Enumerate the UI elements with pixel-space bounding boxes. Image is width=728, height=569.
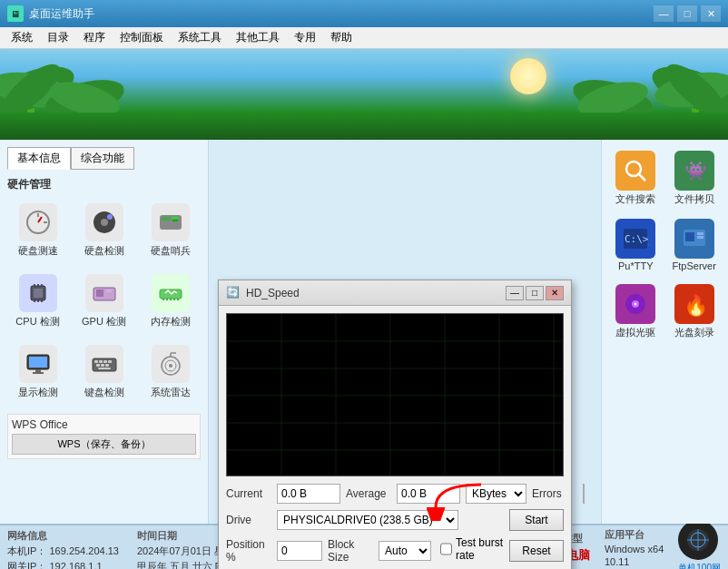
hardware-item-disk-speed[interactable]: 硬盘测速 — [7, 198, 68, 263]
app-window: 🖥 桌面运维助手 — □ ✕ 系统 目录 程序 控制面板 系统工具 其他工具 专… — [0, 0, 728, 569]
menu-control-panel[interactable]: 控制面板 — [113, 28, 171, 47]
current-input[interactable] — [277, 484, 340, 504]
svg-line-17 — [38, 217, 42, 222]
dialog-minimize-button[interactable]: — — [506, 286, 524, 300]
menu-bar: 系统 目录 程序 控制面板 系统工具 其他工具 专用 帮助 — [0, 27, 728, 49]
svg-rect-66 — [685, 232, 694, 241]
dialog-maximize-button[interactable]: □ — [526, 286, 544, 300]
putty-label: Pu*TTY — [618, 260, 654, 271]
dialog-title-text: HD_Speed — [246, 287, 506, 299]
menu-directory[interactable]: 目录 — [40, 28, 76, 47]
hardware-item-memory[interactable]: 内存检测 — [140, 269, 201, 334]
dialog-body: Current Average KBytes MBytes Errors Dri… — [219, 306, 571, 569]
svg-rect-24 — [172, 220, 178, 221]
errors-label: Errors — [532, 487, 577, 500]
grass — [0, 113, 728, 140]
svg-rect-67 — [697, 232, 703, 235]
block-size-select[interactable]: Auto 512 B 4 KB — [379, 541, 431, 561]
svg-rect-44 — [35, 369, 41, 372]
svg-text:👾: 👾 — [684, 160, 707, 181]
drive-label: Drive — [226, 514, 271, 526]
menu-help[interactable]: 帮助 — [323, 28, 359, 47]
keyboard-icon — [85, 345, 123, 383]
svg-point-19 — [101, 219, 108, 226]
hardware-item-disk-sentinel[interactable]: 硬盘哨兵 — [140, 198, 201, 263]
site-icon[interactable] — [678, 520, 718, 560]
menu-system[interactable]: 系统 — [4, 28, 40, 47]
disk-sentinel-label: 硬盘哨兵 — [151, 244, 191, 258]
right-item-virtual-drive[interactable]: 虚拟光驱 — [609, 280, 663, 343]
hardware-item-disk-check[interactable]: 硬盘检测 — [74, 198, 134, 263]
position-label: Position % — [226, 538, 271, 564]
right-item-file-copy[interactable]: 👾 文件拷贝 — [668, 147, 722, 210]
dialog-controls: — □ ✕ — [506, 286, 564, 300]
disk-speed-icon — [19, 203, 57, 241]
svg-rect-68 — [697, 236, 703, 239]
average-label: Average — [346, 487, 391, 500]
chart-area — [226, 313, 564, 476]
dialog-icon: 🔄 — [226, 286, 241, 300]
display-label: 显示检测 — [18, 386, 58, 399]
hardware-grid: 硬盘测速 硬盘检测 硬盘哨兵 — [7, 198, 201, 405]
disk-speed-label: 硬盘测速 — [18, 244, 58, 258]
hd-speed-dialog: 🔄 HD_Speed — □ ✕ — [218, 280, 572, 569]
hardware-item-display[interactable]: 显示检测 — [7, 339, 68, 405]
gpu-label: GPU 检测 — [82, 315, 126, 329]
menu-program[interactable]: 程序 — [76, 28, 113, 47]
radar-icon — [152, 345, 190, 383]
putty-icon: C:\>_ — [615, 219, 655, 259]
minimize-button[interactable]: — — [654, 5, 674, 22]
right-item-putty[interactable]: C:\>_ Pu*TTY — [609, 215, 663, 275]
start-button[interactable]: Start — [509, 509, 564, 531]
svg-point-60 — [626, 162, 641, 176]
hardware-item-gpu[interactable]: GPU 检测 — [74, 269, 134, 334]
title-controls: — □ ✕ — [654, 5, 721, 22]
hardware-item-keyboard[interactable]: 键盘检测 — [74, 339, 134, 405]
right-item-file-search[interactable]: 文件搜索 — [609, 147, 663, 210]
radar-label: 系统雷达 — [151, 386, 191, 399]
disc-burn-icon: 🔥 — [674, 284, 714, 324]
version-value: 10.11 — [605, 556, 664, 567]
network-label: 网络信息 — [7, 529, 119, 543]
hardware-title: 硬件管理 — [7, 177, 201, 192]
svg-rect-51 — [96, 364, 100, 367]
file-search-label: 文件搜索 — [615, 192, 655, 206]
menu-other-tools[interactable]: 其他工具 — [229, 28, 287, 47]
gateway-label: 网关IP： — [7, 561, 46, 569]
svg-rect-53 — [105, 364, 109, 367]
menu-system-tools[interactable]: 系统工具 — [171, 28, 229, 47]
header-image — [0, 49, 728, 140]
cpu-icon — [19, 274, 57, 312]
sun-decoration — [510, 58, 546, 94]
dialog-close-button[interactable]: ✕ — [546, 286, 564, 300]
hardware-item-cpu[interactable]: CPU 检测 — [7, 269, 68, 334]
right-item-ftpserver[interactable]: FtpServer — [668, 215, 722, 275]
platform-section: 应用平台 Windows x64 10.11 — [605, 528, 664, 567]
svg-point-71 — [635, 303, 637, 306]
svg-rect-47 — [94, 360, 98, 363]
content-area: 基本信息 综合功能 硬件管理 硬盘测速 硬盘检测 — [0, 140, 728, 524]
svg-rect-22 — [162, 217, 171, 221]
left-panel: 基本信息 综合功能 硬件管理 硬盘测速 硬盘检测 — [0, 140, 209, 524]
gpu-icon — [85, 274, 123, 312]
network-section: 网络信息 本机IP： 169.254.204.13 网关IP： 192.168.… — [7, 529, 119, 565]
close-button[interactable]: ✕ — [701, 5, 721, 22]
errors-box — [583, 484, 585, 504]
hardware-item-radar[interactable]: 系统雷达 — [140, 339, 201, 405]
right-item-disc-burn[interactable]: 🔥 光盘刻录 — [668, 280, 722, 343]
disk-sentinel-icon — [152, 203, 190, 241]
tab-basic[interactable]: 基本信息 — [7, 147, 71, 170]
wps-button[interactable]: WPS（保存、备份） — [12, 434, 196, 455]
tab-advanced[interactable]: 综合功能 — [71, 147, 134, 170]
app-title: 桌面运维助手 — [29, 6, 654, 22]
test-burst-checkbox[interactable] — [440, 543, 452, 555]
red-arrow — [418, 476, 490, 524]
menu-special[interactable]: 专用 — [287, 28, 323, 47]
position-input[interactable] — [277, 541, 322, 561]
svg-line-61 — [639, 174, 645, 181]
test-burst-label: Test burst rate — [456, 536, 504, 562]
site-section: 单机100网 — [678, 520, 721, 569]
svg-rect-45 — [33, 372, 44, 374]
maximize-button[interactable]: □ — [677, 5, 697, 22]
reset-button[interactable]: Reset — [509, 540, 564, 562]
